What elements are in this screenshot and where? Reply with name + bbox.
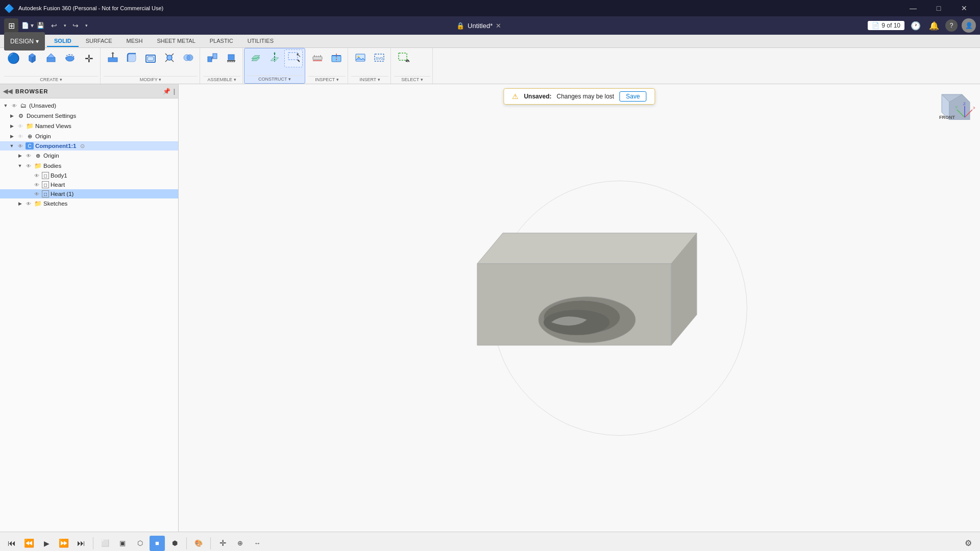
tab-surface[interactable]: SURFACE bbox=[79, 36, 119, 47]
tree-item-doc-settings[interactable]: ⚙ Document Settings bbox=[0, 111, 178, 121]
insert-svg-button[interactable]: SVG bbox=[370, 50, 388, 67]
undo-button[interactable]: ↩ bbox=[47, 19, 61, 32]
app-menu-button[interactable]: ⊞ bbox=[4, 18, 18, 33]
visibility-icon-component1[interactable]: 👁 bbox=[17, 142, 24, 149]
viewport[interactable]: ⚠ Unsaved: Changes may be lost Save bbox=[179, 84, 980, 532]
tree-item-origin-top[interactable]: 👁 ⊕ Origin bbox=[0, 131, 178, 141]
user-avatar[interactable]: 👤 bbox=[962, 18, 976, 33]
align-tool-button[interactable]: ↔ bbox=[250, 536, 265, 551]
rect-select-button[interactable]: ⬜ bbox=[97, 536, 113, 551]
create-revolve-button[interactable] bbox=[61, 50, 79, 67]
redo-button[interactable]: ↪ bbox=[69, 19, 82, 32]
tab-mesh[interactable]: MESH bbox=[119, 36, 150, 47]
browser-pin-icon[interactable]: 📌 bbox=[163, 88, 170, 95]
construct-point-button[interactable]: ↖ bbox=[284, 49, 303, 67]
viewcube[interactable]: FRONT X Y Z bbox=[929, 89, 975, 125]
undo-dropdown[interactable]: ▾ bbox=[61, 19, 68, 32]
visibility-icon-origin-top[interactable]: 👁 bbox=[17, 133, 24, 140]
browser-collapse-icon[interactable]: | bbox=[174, 88, 175, 95]
tab-solid[interactable]: SOLID bbox=[47, 36, 79, 47]
visibility-icon-body1[interactable]: 👁 bbox=[33, 172, 40, 179]
solid-select-button[interactable]: ■ bbox=[150, 536, 165, 551]
tree-arrow-bodies[interactable] bbox=[16, 162, 23, 169]
modify-combine-button[interactable] bbox=[179, 50, 198, 67]
tree-arrow-sketches[interactable] bbox=[16, 200, 23, 207]
assemble-label[interactable]: ASSEMBLE ▾ bbox=[203, 76, 240, 83]
minimize-button[interactable]: — bbox=[901, 0, 925, 16]
construct-offset-plane-button[interactable] bbox=[247, 50, 265, 67]
prev-button[interactable]: ⏪ bbox=[21, 536, 37, 551]
visibility-icon-origin-comp[interactable]: 👁 bbox=[25, 152, 32, 159]
modify-label[interactable]: MODIFY ▾ bbox=[104, 76, 198, 83]
tree-item-root[interactable]: 👁 🗂 (Unsaved) bbox=[0, 101, 178, 111]
visibility-icon-sketches[interactable]: 👁 bbox=[25, 200, 32, 207]
clock-button[interactable]: 🕐 bbox=[909, 18, 923, 33]
construct-axis-button[interactable] bbox=[265, 50, 284, 67]
tree-item-bodies[interactable]: 👁 📁 Bodies bbox=[0, 161, 178, 171]
help-button[interactable]: ? bbox=[945, 19, 958, 32]
insert-label[interactable]: INSERT ▾ bbox=[351, 76, 388, 83]
create-label[interactable]: CREATE ▾ bbox=[4, 76, 98, 83]
select-label[interactable]: SELECT ▾ bbox=[394, 76, 430, 83]
play-button[interactable]: ▶ bbox=[39, 536, 54, 551]
create-box-button[interactable] bbox=[23, 50, 41, 67]
poly-select-button[interactable]: ⬢ bbox=[167, 536, 182, 551]
paint-select-button[interactable]: ▣ bbox=[115, 536, 130, 551]
close-button[interactable]: ✕ bbox=[952, 0, 976, 16]
assemble-ground-button[interactable] bbox=[222, 50, 240, 67]
next-button[interactable]: ⏩ bbox=[56, 536, 71, 551]
inspect-section-button[interactable] bbox=[327, 50, 346, 67]
modify-scale-button[interactable] bbox=[160, 50, 179, 67]
inspect-label[interactable]: INSPECT ▾ bbox=[308, 76, 346, 83]
tree-item-body1[interactable]: 👁 □ Body1 bbox=[0, 171, 178, 180]
modify-press-pull-button[interactable] bbox=[104, 50, 122, 67]
modify-shell-button[interactable] bbox=[141, 50, 160, 67]
save-button[interactable]: Save bbox=[619, 91, 646, 102]
tab-sheet-metal[interactable]: SHEET METAL bbox=[150, 36, 202, 47]
construct-label[interactable]: CONSTRUCT ▾ bbox=[247, 76, 303, 82]
visibility-icon-named-views[interactable]: 👁 bbox=[17, 122, 24, 130]
visibility-icon-root[interactable]: 👁 bbox=[11, 102, 18, 109]
skip-start-button[interactable]: ⏮ bbox=[4, 536, 19, 551]
tab-utilities[interactable]: UTILITIES bbox=[240, 36, 281, 47]
tree-item-heart1[interactable]: 👁 □ Heart (1) bbox=[0, 189, 178, 198]
tree-item-origin-comp[interactable]: 👁 ⊕ Origin bbox=[0, 151, 178, 161]
freeform-select-button[interactable]: ⬡ bbox=[132, 536, 148, 551]
create-move-button[interactable]: ✛ bbox=[80, 52, 98, 65]
inspect-measure-button[interactable] bbox=[308, 50, 327, 67]
tree-arrow-root[interactable] bbox=[2, 102, 9, 109]
select-box-button[interactable] bbox=[394, 50, 412, 67]
settings-button[interactable]: ⚙ bbox=[961, 536, 976, 551]
joint-tool-button[interactable]: ⊕ bbox=[232, 536, 248, 551]
tree-arrow-origin-top[interactable] bbox=[8, 133, 15, 140]
move-tool-button[interactable]: ✛ bbox=[215, 536, 230, 551]
visibility-icon-bodies[interactable]: 👁 bbox=[25, 162, 32, 169]
tree-arrow-doc-settings[interactable] bbox=[8, 112, 15, 119]
close-tab-icon[interactable]: ✕ bbox=[496, 22, 501, 30]
skip-end-button[interactable]: ⏭ bbox=[74, 536, 89, 551]
file-button[interactable]: 📄 ▾ bbox=[21, 22, 34, 29]
save-button[interactable]: 💾 bbox=[37, 22, 44, 29]
tree-item-component1[interactable]: 👁 C Component1:1 ⊙ bbox=[0, 141, 178, 151]
component-color-button[interactable]: 🎨 bbox=[191, 536, 206, 551]
notifications-button[interactable]: 🔔 bbox=[927, 18, 941, 33]
visibility-icon-heart1[interactable]: 👁 bbox=[33, 190, 40, 197]
create-sphere-button[interactable]: 🔵 bbox=[4, 52, 22, 66]
maximize-button[interactable]: □ bbox=[927, 0, 950, 16]
insert-image-button[interactable] bbox=[351, 50, 370, 67]
tree-arrow-named-views[interactable] bbox=[8, 122, 15, 130]
assemble-joint-button[interactable] bbox=[203, 50, 222, 67]
tab-plastic[interactable]: PLASTIC bbox=[203, 36, 240, 47]
tree-arrow-component1[interactable] bbox=[8, 142, 15, 149]
tree-item-named-views[interactable]: 👁 📁 Named Views bbox=[0, 121, 178, 131]
create-extrude-button[interactable] bbox=[42, 50, 60, 67]
redo-dropdown[interactable]: ▾ bbox=[83, 19, 90, 32]
document-counter[interactable]: 📄 9 of 10 bbox=[868, 21, 904, 30]
tree-item-sketches[interactable]: 👁 📁 Sketches bbox=[0, 198, 178, 209]
tree-arrow-origin-comp[interactable] bbox=[16, 152, 23, 159]
visibility-icon-heart[interactable]: 👁 bbox=[33, 181, 40, 188]
modify-fillet-button[interactable] bbox=[122, 50, 141, 67]
browser-expand-left[interactable]: ◀◀ bbox=[3, 88, 12, 95]
tree-item-heart[interactable]: 👁 □ Heart bbox=[0, 180, 178, 189]
3d-model[interactable] bbox=[452, 212, 707, 396]
